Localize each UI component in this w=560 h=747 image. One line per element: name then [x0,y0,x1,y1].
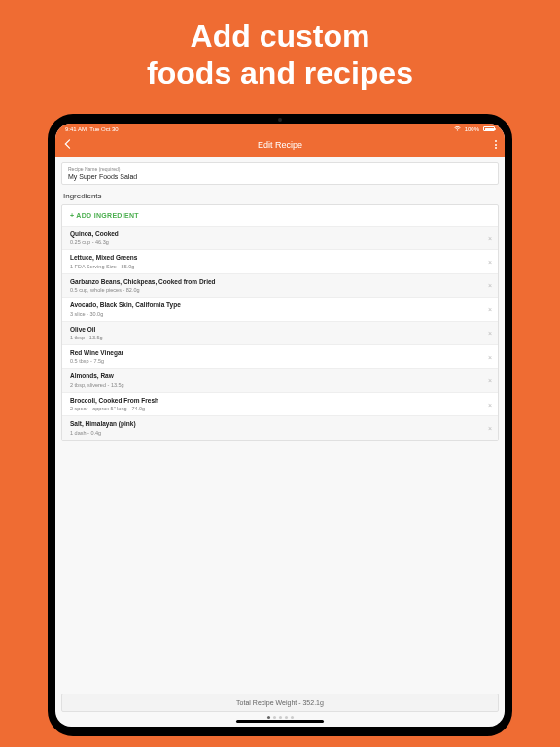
ingredient-row[interactable]: Olive Oil1 tbsp - 13.5g× [62,321,498,344]
dot-active [267,716,270,719]
ingredient-row[interactable]: Avocado, Black Skin, California Type3 sl… [62,297,498,320]
app-screen: 9:41 AM Tue Oct 30 100% Edit Recipe Reci… [55,124,505,727]
remove-ingredient-button[interactable]: × [488,305,492,312]
promo-line1: Add custom [0,18,560,54]
remove-ingredient-button[interactable]: × [488,258,492,265]
ingredient-row[interactable]: Lettuce, Mixed Greens1 FDA Serving Size … [62,249,498,272]
ingredient-list: Quinoa, Cooked0.25 cup - 46.3g×Lettuce, … [62,226,498,440]
ingredient-row[interactable]: Almonds, Raw2 tbsp, slivered - 13.5g× [62,368,498,391]
ingredient-name: Lettuce, Mixed Greens [70,254,482,262]
ingredient-name: Salt, Himalayan (pink) [70,420,482,428]
battery-pct: 100% [465,126,479,132]
ingredient-amount: 1 FDA Serving Size - 85.0g [70,264,482,269]
total-weight: Total Recipe Weight - 352.1g [61,694,499,712]
ingredient-name: Almonds, Raw [70,373,482,380]
status-bar: 9:41 AM Tue Oct 30 100% [55,124,505,135]
ingredient-amount: 1 dash - 0.4g [70,430,482,436]
page-title: Edit Recipe [258,140,302,150]
ingredient-amount: 2 tbsp, slivered - 13.5g [70,382,482,388]
wifi-icon [454,126,461,131]
remove-ingredient-button[interactable]: × [488,377,492,384]
tablet-frame: 9:41 AM Tue Oct 30 100% Edit Recipe Reci… [48,114,512,736]
ingredient-amount: 0.5 cup, whole pieces - 82.0g [70,287,482,293]
add-ingredient-button[interactable]: + ADD INGREDIENT [62,205,498,226]
dot [291,716,294,719]
ingredient-row[interactable]: Garbanzo Beans, Chickpeas, Cooked from D… [62,273,498,297]
status-time: 9:41 AM Tue Oct 30 [65,126,119,132]
ingredient-name: Quinoa, Cooked [70,231,482,238]
ingredient-name: Garbanzo Beans, Chickpeas, Cooked from D… [70,278,482,286]
ingredient-name: Red Wine Vinegar [70,349,482,357]
dot [285,716,288,719]
recipe-name-field[interactable]: Recipe Name (required) My Super Foods Sa… [61,162,499,185]
home-indicator[interactable] [236,720,324,723]
remove-ingredient-button[interactable]: × [488,401,492,408]
ingredients-heading: Ingredients [63,192,497,200]
remove-ingredient-button[interactable]: × [488,234,492,241]
ingredient-row[interactable]: Salt, Himalayan (pink)1 dash - 0.4g× [62,415,498,439]
status-right: 100% [454,126,495,132]
promo-line2: foods and recipes [0,54,560,91]
ingredient-amount: 1 tbsp - 13.5g [70,335,482,340]
remove-ingredient-button[interactable]: × [488,425,492,432]
remove-ingredient-button[interactable]: × [488,353,492,360]
ingredient-row[interactable]: Quinoa, Cooked0.25 cup - 46.3g× [62,226,498,249]
back-button[interactable] [63,138,71,152]
more-button[interactable] [495,140,497,149]
content-area: Recipe Name (required) My Super Foods Sa… [55,157,505,727]
dot [273,716,276,719]
field-label: Recipe Name (required) [62,163,498,172]
recipe-name-input[interactable]: My Super Foods Salad [62,172,498,184]
ingredient-amount: 2 spear - approx 5" long - 74.0g [70,406,482,411]
ingredient-amount: 0.25 cup - 46.3g [70,239,482,245]
ingredient-amount: 3 slice - 30.0g [70,311,482,317]
ingredients-card: + ADD INGREDIENT Quinoa, Cooked0.25 cup … [61,204,499,441]
nav-bar: Edit Recipe [55,135,505,157]
chevron-left-icon [63,139,71,149]
remove-ingredient-button[interactable]: × [488,330,492,337]
ingredient-name: Olive Oil [70,326,482,334]
remove-ingredient-button[interactable]: × [488,282,492,289]
dot [279,716,282,719]
ingredient-name: Broccoli, Cooked From Fresh [70,397,482,405]
ingredient-row[interactable]: Red Wine Vinegar0.5 tbsp - 7.5g× [62,344,498,368]
ingredient-name: Avocado, Black Skin, California Type [70,302,482,309]
promo-heading: Add custom foods and recipes [0,0,560,114]
battery-icon [483,126,495,131]
ingredient-amount: 0.5 tbsp - 7.5g [70,358,482,364]
ingredient-row[interactable]: Broccoli, Cooked From Fresh2 spear - app… [62,392,498,415]
